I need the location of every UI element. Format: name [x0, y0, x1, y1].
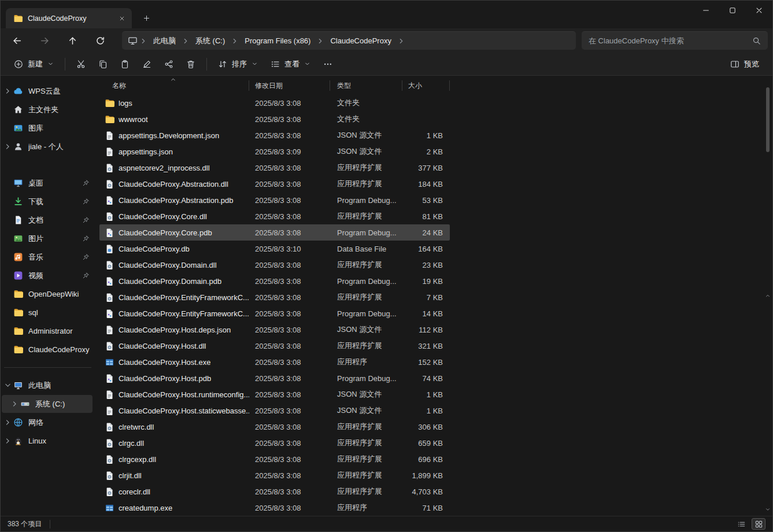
share-button[interactable]: [158, 55, 180, 73]
exe-file-icon: [105, 357, 114, 367]
maximize-button[interactable]: [719, 1, 746, 20]
file-row[interactable]: ClaudeCodeProxy.Host.runtimeconfig...202…: [99, 386, 450, 402]
file-row[interactable]: ClaudeCodeProxy.Host.deps.json2025/8/3 3…: [99, 322, 450, 338]
file-row[interactable]: ClaudeCodeProxy.Domain.dll2025/8/3 3:08应…: [99, 257, 450, 273]
back-button[interactable]: [5, 31, 28, 50]
scrollbar-thumb[interactable]: [766, 87, 770, 152]
sidebar-item-documents[interactable]: 文档: [2, 211, 93, 229]
chevron-right-icon[interactable]: [182, 37, 190, 45]
file-row[interactable]: wwwroot2025/8/3 3:08文件夹: [99, 111, 450, 127]
file-row[interactable]: clrgcexp.dll2025/8/3 3:08应用程序扩展696 KB: [99, 451, 450, 467]
file-row[interactable]: aspnetcorev2_inprocess.dll2025/8/3 3:08应…: [99, 160, 450, 176]
folder-icon: [13, 14, 23, 23]
cut-button[interactable]: [70, 55, 92, 73]
file-row[interactable]: ClaudeCodeProxy.db2025/8/3 3:10Data Base…: [99, 241, 450, 257]
file-row[interactable]: appsettings.json2025/8/3 3:09JSON 源文件2 K…: [99, 143, 450, 160]
view-button[interactable]: 查看: [264, 55, 317, 73]
minimize-button[interactable]: [693, 1, 719, 20]
chevron-right-icon[interactable]: [231, 37, 239, 45]
address-bar[interactable]: 此电脑系统 (C:)Program Files (x86)ClaudeCodeP…: [122, 31, 576, 50]
column-header-type[interactable]: 类型: [330, 80, 402, 91]
file-row[interactable]: ClaudeCodeProxy.Core.pdb2025/8/3 3:08Pro…: [99, 224, 450, 241]
file-row[interactable]: ClaudeCodeProxy.Domain.pdb2025/8/3 3:08P…: [99, 273, 450, 289]
file-row[interactable]: ClaudeCodeProxy.Abstraction.pdb2025/8/3 …: [99, 192, 450, 208]
new-tab-button[interactable]: [139, 10, 154, 25]
breadcrumb-item[interactable]: ClaudeCodeProxy: [325, 34, 397, 47]
sidebar-item-administrator[interactable]: Administrator: [2, 322, 93, 340]
sidebar-item-opendeepwiki[interactable]: OpenDeepWiki: [2, 285, 93, 303]
file-name: appsettings.json: [119, 147, 173, 156]
file-row[interactable]: ClaudeCodeProxy.EntityFrameworkC...2025/…: [99, 305, 450, 322]
chevron-right-icon[interactable]: [316, 37, 324, 45]
chevron-right-icon[interactable]: [4, 143, 13, 150]
file-row[interactable]: clretwrc.dll2025/8/3 3:08应用程序扩展306 KB: [99, 419, 450, 435]
sidebar-item-linux[interactable]: Linux: [2, 432, 93, 450]
sidebar-item-pictures[interactable]: 图片: [2, 230, 93, 247]
new-button[interactable]: 新建: [8, 55, 60, 73]
breadcrumb-item[interactable]: 系统 (C:): [190, 34, 230, 49]
file-row[interactable]: appsettings.Development.json2025/8/3 3:0…: [99, 127, 450, 143]
file-name: ClaudeCodeProxy.Core.dll: [119, 212, 207, 221]
chevron-right-icon[interactable]: [4, 437, 13, 445]
chevron-right-icon[interactable]: [4, 419, 13, 426]
file-date-modified: 2025/8/3 3:08: [249, 407, 330, 415]
file-date-modified: 2025/8/3 3:08: [249, 504, 330, 512]
preview-toggle-button[interactable]: 预览: [724, 55, 765, 73]
sidebar-item-gallery[interactable]: 图库: [2, 119, 93, 137]
file-row[interactable]: ClaudeCodeProxy.Abstraction.dll2025/8/3 …: [99, 176, 450, 192]
up-button[interactable]: [61, 31, 84, 50]
file-row[interactable]: ClaudeCodeProxy.EntityFrameworkC...2025/…: [99, 289, 450, 305]
sidebar-item-wps-cloud[interactable]: WPS云盘: [2, 82, 93, 100]
sidebar-item-videos[interactable]: 视频: [2, 267, 93, 285]
sidebar-item-downloads[interactable]: 下载: [2, 193, 93, 210]
file-row[interactable]: logs2025/8/3 3:08文件夹: [99, 95, 450, 111]
file-row[interactable]: ClaudeCodeProxy.Core.dll2025/8/3 3:08应用程…: [99, 208, 450, 224]
file-row[interactable]: createdump.exe2025/8/3 3:08应用程序71 KB: [99, 500, 450, 516]
tab-close-button[interactable]: [116, 12, 128, 25]
sidebar-item-home[interactable]: 主文件夹: [2, 101, 93, 119]
scroll-down-icon[interactable]: [765, 507, 771, 512]
file-row[interactable]: clrjit.dll2025/8/3 3:08应用程序扩展1,899 KB: [99, 467, 450, 483]
sidebar-item-sql[interactable]: sql: [2, 304, 93, 322]
refresh-button[interactable]: [88, 31, 112, 50]
explorer-tab[interactable]: ClaudeCodeProxy: [6, 8, 132, 28]
sidebar-item-claudecodeproxy[interactable]: ClaudeCodeProxy: [2, 341, 93, 359]
search-box[interactable]: 在 ClaudeCodeProxy 中搜索: [582, 31, 768, 50]
sort-button[interactable]: 排序: [212, 55, 264, 73]
vertical-scrollbar[interactable]: [765, 79, 771, 512]
file-type: 应用程序扩展: [330, 438, 402, 448]
thumbnail-view-button[interactable]: [752, 518, 765, 530]
file-row[interactable]: clrgc.dll2025/8/3 3:08应用程序扩展659 KB: [99, 435, 450, 451]
breadcrumb-item[interactable]: Program Files (x86): [239, 34, 316, 47]
close-button[interactable]: [746, 1, 772, 20]
file-date-modified: 2025/8/3 3:08: [249, 99, 330, 108]
file-row[interactable]: ClaudeCodeProxy.Host.pdb2025/8/3 3:08Pro…: [99, 370, 450, 386]
paste-button[interactable]: [114, 55, 136, 73]
sidebar-item-this-pc[interactable]: 此电脑: [2, 376, 93, 394]
sidebar-item-desktop[interactable]: 桌面: [2, 174, 93, 192]
chevron-spacer: [4, 198, 13, 205]
sidebar-item-onedrive-personal[interactable]: jiale - 个人: [2, 138, 93, 156]
column-header-date[interactable]: 修改日期: [249, 80, 330, 91]
file-row[interactable]: ClaudeCodeProxy.Host.dll2025/8/3 3:08应用程…: [99, 338, 450, 354]
file-row[interactable]: coreclr.dll2025/8/3 3:08应用程序扩展4,703 KB: [99, 483, 450, 500]
chevron-right-icon[interactable]: [397, 37, 405, 45]
copy-button[interactable]: [92, 55, 114, 73]
more-button[interactable]: [317, 55, 339, 73]
chevron-right-icon[interactable]: [11, 400, 20, 408]
file-size: 23 KB: [402, 261, 450, 269]
rename-button[interactable]: [136, 55, 158, 73]
sidebar-item-network[interactable]: 网络: [2, 413, 93, 431]
sidebar-item-music[interactable]: 音乐: [2, 248, 93, 266]
chevron-down-icon[interactable]: [4, 382, 13, 389]
file-row[interactable]: ClaudeCodeProxy.Host.staticwebasse...202…: [99, 402, 450, 419]
delete-button[interactable]: [180, 55, 202, 73]
file-row[interactable]: ClaudeCodeProxy.Host.exe2025/8/3 3:08应用程…: [99, 354, 450, 370]
forward-button[interactable]: [33, 31, 56, 50]
chevron-right-icon[interactable]: [4, 87, 13, 95]
details-view-button[interactable]: [734, 518, 748, 530]
breadcrumb-item[interactable]: 此电脑: [148, 34, 181, 49]
column-header-size[interactable]: 大小: [402, 80, 450, 91]
sidebar-item-c-drive[interactable]: 系统 (C:): [2, 395, 93, 413]
sidebar-item-label: 图库: [28, 123, 93, 134]
